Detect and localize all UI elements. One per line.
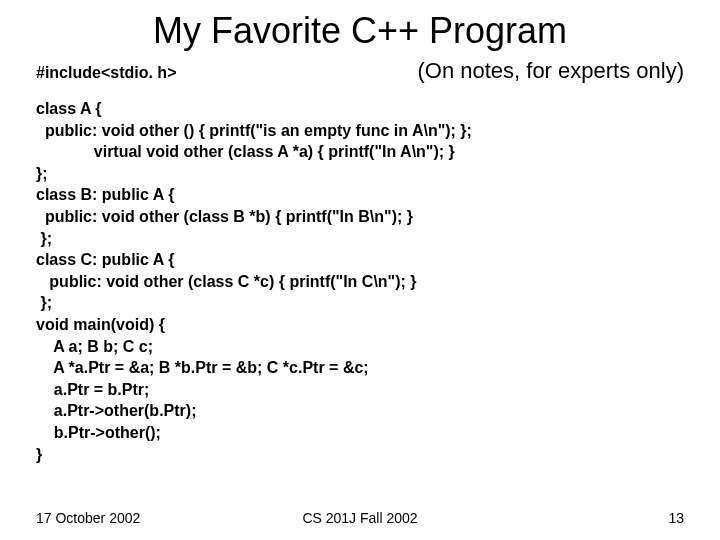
- include-directive: #include<stdio. h>: [36, 64, 176, 82]
- footer-date: 17 October 2002: [36, 510, 140, 526]
- expert-note: (On notes, for experts only): [417, 58, 684, 84]
- slide: My Favorite C++ Program #include<stdio. …: [0, 0, 720, 540]
- footer-page-number: 13: [668, 510, 684, 526]
- slide-title: My Favorite C++ Program: [0, 0, 720, 58]
- code-block: class A { public: void other () { printf…: [0, 94, 720, 465]
- subtitle-row: #include<stdio. h> (On notes, for expert…: [0, 58, 720, 94]
- footer: 17 October 2002 CS 201J Fall 2002 13: [0, 510, 720, 526]
